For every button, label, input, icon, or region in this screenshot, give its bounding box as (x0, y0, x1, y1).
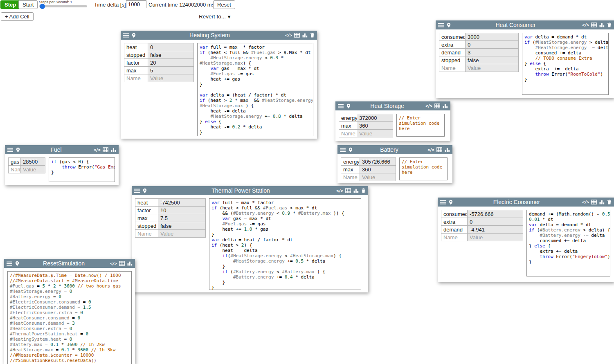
trash-icon[interactable] (607, 22, 612, 27)
new-property-name[interactable]: Name (439, 64, 466, 72)
new-property-value[interactable]: Value (360, 173, 396, 181)
table-icon[interactable] (436, 147, 442, 152)
menu-icon[interactable] (438, 23, 444, 27)
pin-icon[interactable] (346, 103, 351, 109)
panel-header[interactable]: Fuel </> (5, 145, 119, 154)
property-value[interactable]: -5726.666 (468, 210, 523, 218)
property-value[interactable]: 5 (148, 67, 194, 74)
new-property-value[interactable]: Value (468, 234, 523, 241)
code-editor[interactable]: // Enter simulation code here (396, 114, 445, 137)
code-icon[interactable]: </> (427, 147, 434, 152)
code-editor[interactable]: if (gas < 0) { throw Error("Gas Empty")} (49, 157, 115, 182)
trash-icon[interactable] (310, 33, 315, 38)
code-icon[interactable]: </> (110, 261, 117, 266)
new-property-name[interactable]: Name (124, 74, 148, 82)
add-cell-button[interactable]: + Add Cell (1, 12, 34, 21)
chart-icon[interactable] (445, 147, 450, 152)
property-value[interactable]: 0 (148, 43, 194, 51)
pin-icon[interactable] (16, 147, 20, 153)
pin-icon[interactable] (447, 22, 451, 28)
menu-icon[interactable] (134, 189, 140, 193)
table-icon[interactable] (345, 188, 351, 193)
property-value[interactable]: 7.5 (158, 214, 206, 222)
property-value[interactable]: 372000 (357, 114, 393, 122)
panel-header[interactable]: Heat Consumer </> (436, 20, 614, 29)
new-property-name[interactable]: Name (9, 166, 21, 173)
chart-icon[interactable] (443, 103, 448, 108)
table-icon[interactable] (434, 103, 440, 108)
panel-header[interactable]: ResetSimulation </> (4, 259, 135, 268)
table-icon[interactable] (294, 33, 300, 38)
chart-icon[interactable] (599, 200, 605, 204)
code-icon[interactable]: </> (582, 200, 589, 204)
code-editor[interactable]: demand += (Math.random() - 0.5) *0.01 * … (526, 210, 610, 276)
chart-icon[interactable] (599, 22, 605, 27)
property-value[interactable]: false (148, 51, 194, 59)
code-editor[interactable]: // Enter simulation code here (399, 157, 448, 180)
new-property-value[interactable]: Value (158, 230, 206, 238)
chart-icon[interactable] (111, 147, 116, 152)
property-value[interactable]: 20 (148, 59, 194, 67)
property-value[interactable]: false (466, 56, 519, 64)
property-value[interactable]: 3 (466, 49, 519, 56)
code-icon[interactable]: </> (336, 188, 343, 193)
property-value[interactable]: 0 (466, 41, 519, 49)
menu-icon[interactable] (7, 148, 13, 152)
code-icon[interactable]: </> (94, 147, 100, 152)
property-value[interactable]: 0 (468, 218, 523, 226)
code-editor[interactable]: var full = max * factorif (heat < full &… (209, 198, 361, 290)
property-value[interactable]: 3000 (466, 33, 519, 41)
chart-icon[interactable] (302, 33, 308, 38)
property-value[interactable]: 28500 (21, 158, 45, 166)
step-button[interactable]: Step (0, 0, 20, 9)
start-button[interactable]: Start (18, 0, 38, 9)
table-icon[interactable] (591, 22, 597, 27)
property-value[interactable]: 10 (158, 207, 206, 214)
property-value[interactable]: 305726.666 (360, 158, 396, 166)
pin-icon[interactable] (449, 200, 453, 205)
reset-button[interactable]: Reset (213, 0, 235, 9)
panel-header[interactable]: Battery </> (337, 145, 452, 154)
new-property-value[interactable]: Value (21, 166, 45, 173)
steps-per-second-slider[interactable]: Steps per Second: 1 (39, 0, 90, 9)
code-icon[interactable]: </> (425, 103, 432, 108)
table-icon[interactable] (103, 147, 108, 152)
new-property-name[interactable]: Name (135, 230, 158, 238)
chart-icon[interactable] (353, 188, 359, 193)
panel-header[interactable]: Heating System </> (121, 31, 317, 40)
new-property-name[interactable]: Name (341, 173, 360, 181)
property-value[interactable]: -742500 (158, 199, 206, 207)
time-delta-input[interactable] (126, 0, 146, 8)
menu-icon[interactable] (440, 200, 446, 204)
new-property-value[interactable]: Value (466, 64, 519, 72)
menu-icon[interactable] (338, 104, 344, 108)
menu-icon[interactable] (123, 33, 129, 38)
code-editor[interactable]: var full = max * factorif (heat < full &… (197, 43, 313, 136)
panel-header[interactable]: Thermal Power Station </> (132, 186, 368, 195)
pin-icon[interactable] (132, 33, 136, 38)
revert-dropdown[interactable]: Revert to...▾ (199, 13, 230, 20)
property-value[interactable]: -4.941 (468, 226, 523, 234)
table-icon[interactable] (119, 261, 125, 266)
code-icon[interactable]: </> (582, 22, 589, 27)
property-value[interactable]: 360 (360, 166, 396, 173)
property-value[interactable]: 360 (357, 122, 393, 130)
panel-header[interactable]: Heat Storage </> (335, 101, 450, 110)
menu-icon[interactable] (7, 261, 12, 266)
table-icon[interactable] (591, 200, 597, 204)
new-property-value[interactable]: Value (148, 74, 194, 82)
slider-track[interactable] (39, 5, 87, 7)
code-icon[interactable]: </> (285, 33, 292, 38)
new-property-name[interactable]: Name (339, 130, 357, 137)
property-value[interactable]: false (158, 222, 206, 230)
slider-thumb[interactable] (40, 4, 45, 9)
chart-icon[interactable] (127, 261, 133, 266)
code-editor[interactable]: var delta = demand * dtif (#HeatStorage.… (522, 33, 609, 95)
new-property-value[interactable]: Value (357, 130, 393, 137)
pin-icon[interactable] (15, 261, 19, 266)
pin-icon[interactable] (349, 147, 353, 153)
new-property-name[interactable]: Name (441, 234, 468, 241)
trash-icon[interactable] (607, 200, 612, 204)
code-editor[interactable]: //#MeasureData.$.Time = Date.now() / 100… (7, 271, 132, 364)
pin-icon[interactable] (143, 188, 147, 193)
